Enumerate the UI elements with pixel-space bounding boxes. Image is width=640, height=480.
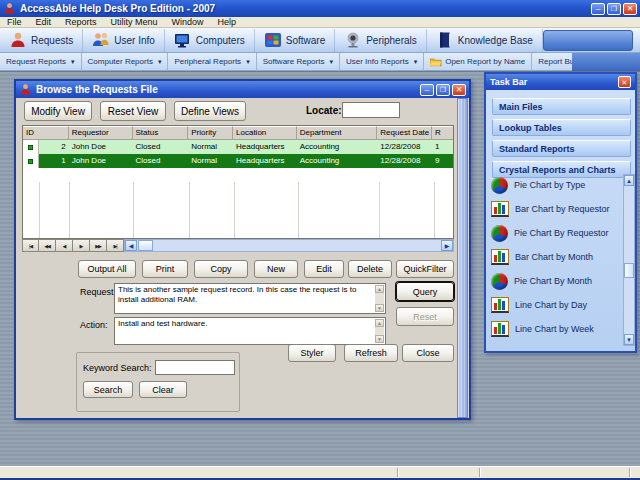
print-button[interactable]: Print <box>142 260 188 278</box>
menu-window[interactable]: Window <box>165 17 211 28</box>
new-button[interactable]: New <box>254 260 298 278</box>
pie-chart-icon <box>491 225 508 242</box>
define-views-button[interactable]: Define Views <box>174 101 246 121</box>
column-header-request-date[interactable]: Request Date <box>377 126 432 140</box>
delete-button[interactable]: Delete <box>348 260 392 278</box>
copy-button[interactable]: Copy <box>194 260 248 278</box>
close-button[interactable]: Close <box>402 344 454 362</box>
nav-prev-page-icon[interactable]: ◀◀ <box>39 239 56 252</box>
list-item-label: Line Chart by Day <box>515 300 587 310</box>
list-vertical-scrollbar[interactable]: ▲ ▼ <box>623 174 635 346</box>
textarea-scrollbar[interactable]: ▲▼ <box>375 285 384 312</box>
edit-button[interactable]: Edit <box>304 260 344 278</box>
list-item-line-chart-by-day[interactable]: Line Chart by Day <box>491 294 619 316</box>
column-header-status[interactable]: Status <box>133 126 189 140</box>
dialog-titlebar[interactable]: Browse the Requests File <box>16 81 469 98</box>
window-titlebar[interactable]: AccessAble Help Desk Pro Edition - 2007 <box>0 0 640 17</box>
request-textarea[interactable]: This is another sample request record. I… <box>114 283 386 314</box>
column-header-department[interactable]: Department <box>297 126 378 140</box>
menu-help[interactable]: Help <box>211 17 244 28</box>
reset-view-button[interactable]: Reset View <box>100 101 166 121</box>
keyword-search-input[interactable] <box>155 360 235 375</box>
query-button[interactable]: Query <box>396 282 454 301</box>
list-item-bar-chart-by-month[interactable]: Bar Chart by Month <box>491 246 619 268</box>
search-button[interactable]: Search <box>83 381 133 398</box>
request-reports-button[interactable]: Request Reports <box>0 53 82 71</box>
toolbar-software-button[interactable]: Software <box>255 29 335 52</box>
nav-last-icon[interactable]: ▶| <box>107 239 124 252</box>
styler-button[interactable]: Styler <box>288 344 336 362</box>
scroll-up-icon[interactable]: ▲ <box>624 175 634 186</box>
nav-first-icon[interactable]: |◀ <box>22 239 39 252</box>
refresh-button[interactable]: Refresh <box>344 344 398 362</box>
nav-next-page-icon[interactable]: ▶▶ <box>90 239 107 252</box>
reset-button[interactable]: Reset <box>396 307 454 326</box>
cell-request-date: 12/28/2008 <box>377 154 432 168</box>
scrollbar-thumb[interactable] <box>138 240 153 251</box>
list-item-line-chart-by-week[interactable]: Line Chart by Week <box>491 318 619 340</box>
band-main-files[interactable]: Main Files <box>492 98 631 115</box>
textarea-scrollbar[interactable]: ▲▼ <box>375 319 384 343</box>
list-item-bar-chart-by-requestor[interactable]: Bar Chart by Requestor <box>491 198 619 220</box>
restore-icon[interactable] <box>607 3 621 15</box>
output-all-button[interactable]: Output All <box>78 260 136 278</box>
column-header-requestor[interactable]: Requestor <box>69 126 133 140</box>
locate-input[interactable] <box>342 102 400 118</box>
quickfilter-button[interactable]: QuickFilter <box>396 260 454 278</box>
task-bar-titlebar[interactable]: Task Bar <box>486 74 635 90</box>
toolbar-requests-button[interactable]: Requests <box>0 29 83 52</box>
toolbar-user-info-button[interactable]: User Info <box>83 29 165 52</box>
action-textarea[interactable]: Install and test hardware. ▲▼ <box>114 317 386 345</box>
task-bar-title: Task Bar <box>490 77 527 87</box>
report-bar: Request Reports Computer Reports Periphe… <box>0 53 640 71</box>
column-header-location[interactable]: Location <box>233 126 297 140</box>
menu-file[interactable]: File <box>0 17 29 28</box>
dialog-close-icon[interactable] <box>452 84 466 96</box>
scroll-down-icon[interactable]: ▼ <box>375 304 384 312</box>
user-info-reports-button[interactable]: User Info Reports <box>340 53 424 71</box>
status-divider <box>479 468 481 477</box>
scroll-down-icon[interactable]: ▼ <box>624 334 634 345</box>
grid-horizontal-scrollbar[interactable]: ◀ ▶ <box>124 239 454 252</box>
task-bar-close-icon[interactable] <box>618 76 631 88</box>
cell-id: 1 <box>39 154 69 168</box>
clear-button[interactable]: Clear <box>139 381 187 398</box>
toolbar-computers-button[interactable]: Computers <box>165 29 255 52</box>
band-lookup-tables[interactable]: Lookup Tables <box>492 119 631 136</box>
nav-next-icon[interactable]: ▶ <box>73 239 90 252</box>
peripheral-reports-button[interactable]: Peripheral Reports <box>168 53 256 71</box>
scroll-left-icon[interactable]: ◀ <box>125 240 137 251</box>
scroll-up-icon[interactable]: ▲ <box>375 319 384 327</box>
column-header-priority[interactable]: Priority <box>188 126 233 140</box>
scroll-up-icon[interactable]: ▲ <box>375 285 384 293</box>
list-item-pie-chart-by-type[interactable]: Pie Chart by Type <box>491 174 619 196</box>
table-row-selected[interactable]: 1 John Doe Closed Normal Headquarters Ac… <box>23 154 453 168</box>
nav-prev-icon[interactable]: ◀ <box>56 239 73 252</box>
menu-utility-menu[interactable]: Utility Menu <box>104 17 165 28</box>
computer-reports-button[interactable]: Computer Reports <box>82 53 169 71</box>
toolbar-knowledge-base-button[interactable]: Knowledge Base <box>427 29 543 52</box>
bar-chart-icon <box>491 201 509 217</box>
requests-grid[interactable]: ID Requestor Status Priority Location De… <box>22 125 454 239</box>
dialog-minimize-icon[interactable] <box>420 84 434 96</box>
toolbar-peripherals-button[interactable]: Peripherals <box>335 29 427 52</box>
menu-reports[interactable]: Reports <box>58 17 104 28</box>
column-header-truncated[interactable]: R <box>432 126 453 140</box>
menu-edit[interactable]: Edit <box>29 17 59 28</box>
table-row[interactable]: 2 John Doe Closed Normal Headquarters Ac… <box>23 140 453 154</box>
person-icon <box>9 31 27 49</box>
list-item-pie-chart-by-requestor[interactable]: Pie Chart By Requestor <box>491 222 619 244</box>
scroll-right-icon[interactable]: ▶ <box>441 240 453 251</box>
software-reports-button[interactable]: Software Reports <box>257 53 340 71</box>
band-standard-reports[interactable]: Standard Reports <box>492 140 631 157</box>
dialog-vertical-scrollbar[interactable] <box>457 98 468 418</box>
minimize-icon[interactable] <box>591 3 605 15</box>
open-report-by-name-button[interactable]: Open Report by Name <box>424 53 532 71</box>
scrollbar-thumb[interactable] <box>624 263 634 278</box>
dialog-maximize-icon[interactable] <box>436 84 450 96</box>
scroll-down-icon[interactable]: ▼ <box>375 335 384 343</box>
column-header-id[interactable]: ID <box>23 126 69 140</box>
close-icon[interactable] <box>623 3 637 15</box>
modify-view-button[interactable]: Modify View <box>24 101 92 121</box>
list-item-pie-chart-by-month[interactable]: Pie Chart By Month <box>491 270 619 292</box>
